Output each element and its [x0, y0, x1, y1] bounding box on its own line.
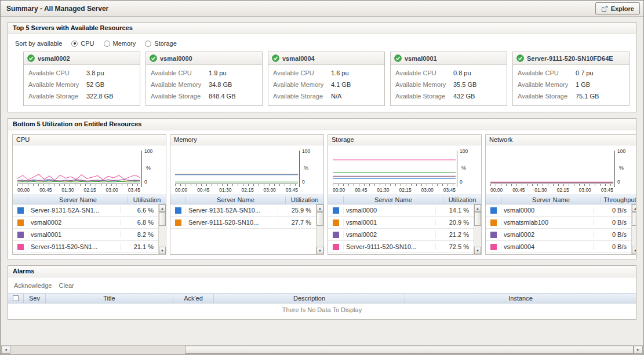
value-cell: 0 B/s — [593, 219, 631, 226]
main-content: Top 5 Servers with Available Resources S… — [1, 17, 643, 320]
top5-panel-title: Top 5 Servers with Available Resources — [8, 23, 636, 34]
scroll-up-icon[interactable]: ▲ — [632, 204, 636, 212]
scrollbar-thumb[interactable] — [185, 346, 634, 354]
x-tick: 03:45 — [128, 187, 140, 193]
network-chart-plot — [490, 151, 613, 184]
scrollbar-thumb[interactable] — [159, 212, 166, 226]
cpu-utilization-chart: 00:0000:4501:3002:1503:0003:45 100 % 0 — [13, 145, 166, 195]
sort-radio-storage[interactable]: Storage — [145, 40, 177, 47]
scroll-up-icon[interactable]: ▲ — [159, 204, 166, 212]
server-name-link[interactable]: vsmal0004 — [282, 55, 315, 62]
scrollbar-thumb[interactable] — [474, 212, 481, 226]
util-panels-row: CPU 00:0000:4501:3002:1503:0003:45 100 % — [8, 130, 636, 259]
util-table-row[interactable]: vsmal0004 0 B/s — [486, 241, 631, 253]
table-vertical-scrollbar[interactable]: ▲ ▼ — [158, 204, 166, 254]
sort-label: Sort by available — [15, 40, 62, 47]
server-name-cell: vsmal0000 — [501, 207, 593, 214]
scroll-right-icon[interactable]: ► — [634, 346, 643, 354]
explore-button-label: Explore — [611, 5, 634, 12]
table-vertical-scrollbar[interactable]: ▲ ▼ — [316, 204, 323, 254]
util-table-row[interactable]: vsmal0002 6.8 % — [13, 217, 158, 229]
sort-option-label: Memory — [113, 40, 136, 47]
util-table-row[interactable]: vsmatsmlab100 0 B/s — [486, 217, 631, 229]
util-table-row[interactable]: vsmal0002 0 B/s — [486, 229, 631, 241]
sort-radio-memory[interactable]: Memory — [104, 40, 136, 47]
scrollbar-track[interactable] — [316, 226, 323, 247]
available-storage-value: 432 GB — [453, 93, 475, 100]
util-table-row[interactable]: Server-9111-520-SN1... 21.1 % — [13, 241, 158, 253]
x-tick: 02:15 — [556, 187, 569, 193]
scrollbar-thumb[interactable] — [316, 212, 323, 226]
util-table-row[interactable]: Server-9131-52A-SN1... 6.6 % — [13, 204, 158, 217]
scrollbar-thumb[interactable] — [632, 212, 636, 226]
status-ok-icon — [272, 54, 279, 62]
memory-utilization-chart: 00:0000:4501:3002:1503:0003:45 100 % 0 — [170, 145, 323, 195]
util-table-row[interactable]: vsmal0002 21.2 % — [328, 229, 474, 241]
scrollbar-track[interactable] — [632, 226, 636, 247]
network-throughput-chart: 00:0000:4501:3002:1503:0003:45 100 % 0 — [486, 145, 636, 195]
available-cpu-value: 0.7 pu — [576, 69, 594, 76]
x-tick: 03:45 — [443, 187, 456, 193]
instance-column-header: Instance — [405, 294, 636, 303]
select-all-checkbox[interactable] — [8, 294, 23, 303]
scroll-left-icon[interactable]: ◄ — [1, 346, 10, 354]
scroll-up-icon[interactable]: ▲ — [474, 204, 481, 212]
server-name-cell: vsmatsmlab100 — [501, 219, 593, 226]
bottom5-utilization-panel: Bottom 5 Utilization on Entitled Resourc… — [8, 118, 636, 259]
util-table-row[interactable]: Server-9111-520-SN10... 72.5 % — [328, 241, 474, 253]
series-color-swatch — [333, 207, 339, 214]
available-storage-value: N/A — [331, 93, 341, 100]
acknowledge-button[interactable]: Acknowledge — [14, 282, 52, 289]
x-tick: 01:30 — [61, 187, 74, 193]
table-vertical-scrollbar[interactable]: ▲ ▼ — [474, 204, 481, 254]
x-tick: 02:15 — [241, 187, 253, 193]
server-name-link[interactable]: vsmal0001 — [405, 55, 437, 62]
horizontal-scrollbar[interactable]: ◄ ► — [1, 345, 643, 354]
y-axis: 100 % 0 — [141, 151, 159, 187]
scrollbar-track[interactable] — [159, 226, 166, 247]
clear-button[interactable]: Clear — [59, 282, 74, 289]
server-card: vsmal0004 Available CPU1.6 pu Available … — [268, 52, 385, 106]
util-table-row[interactable]: Server-9131-52A-SN10... 25.9 % — [170, 204, 316, 217]
scroll-down-icon[interactable]: ▼ — [632, 247, 636, 254]
series-color-swatch — [17, 232, 24, 238]
util-table-row[interactable]: Server-9111-520-SN10... 27.7 % — [170, 217, 316, 229]
table-vertical-scrollbar[interactable]: ▲ ▼ — [631, 204, 636, 254]
scroll-down-icon[interactable]: ▼ — [316, 247, 323, 254]
field-label: Available Storage — [151, 93, 209, 100]
cpu-chart-plot — [17, 151, 140, 184]
server-name-column-header: Server Name — [501, 196, 601, 203]
server-name-cell: vsmal0004 — [501, 243, 593, 250]
value-cell: 6.6 % — [120, 207, 158, 214]
server-name-cell: vsmal0002 — [343, 231, 435, 238]
sort-option-label: Storage — [154, 40, 177, 47]
explore-button[interactable]: Explore — [595, 2, 640, 14]
server-name-link[interactable]: vsmal0000 — [160, 55, 192, 62]
description-column-header: Description — [213, 294, 405, 303]
scroll-down-icon[interactable]: ▼ — [474, 247, 481, 254]
field-label: Available Storage — [28, 93, 86, 100]
acked-column-header: Ack'ed — [173, 294, 213, 303]
sort-radio-cpu[interactable]: CPU — [71, 40, 94, 47]
util-table-header: Server Name Utilization — [13, 195, 166, 204]
y-unit-label: % — [304, 165, 308, 171]
scroll-down-icon[interactable]: ▼ — [159, 247, 166, 254]
util-table-row[interactable]: vsmal0000 0 B/s — [486, 204, 631, 217]
server-name-column-header: Server Name — [28, 196, 128, 203]
y-unit-label: % — [619, 165, 624, 171]
server-name-cell: vsmal0001 — [28, 231, 120, 238]
alarms-panel: Alarms Acknowledge Clear Sev Title Ack'e… — [8, 265, 636, 320]
scrollbar-track[interactable] — [474, 226, 481, 247]
field-label: Available Memory — [28, 81, 86, 88]
scrollbar-track[interactable] — [10, 346, 634, 354]
util-table-row[interactable]: vsmal0001 8.2 % — [13, 229, 158, 241]
server-name-link[interactable]: vsmal0002 — [38, 55, 70, 62]
scroll-up-icon[interactable]: ▲ — [316, 204, 323, 212]
util-table-row[interactable]: vsmal0001 20.9 % — [328, 217, 474, 229]
field-label: Available CPU — [151, 69, 209, 76]
x-tick: 03:00 — [106, 187, 118, 193]
field-label: Available CPU — [395, 69, 453, 76]
field-label: Available Memory — [395, 81, 453, 88]
server-name-link[interactable]: Server-9111-520-SN10FD64E — [527, 55, 613, 62]
util-table-row[interactable]: vsmal0000 14.1 % — [328, 204, 474, 217]
